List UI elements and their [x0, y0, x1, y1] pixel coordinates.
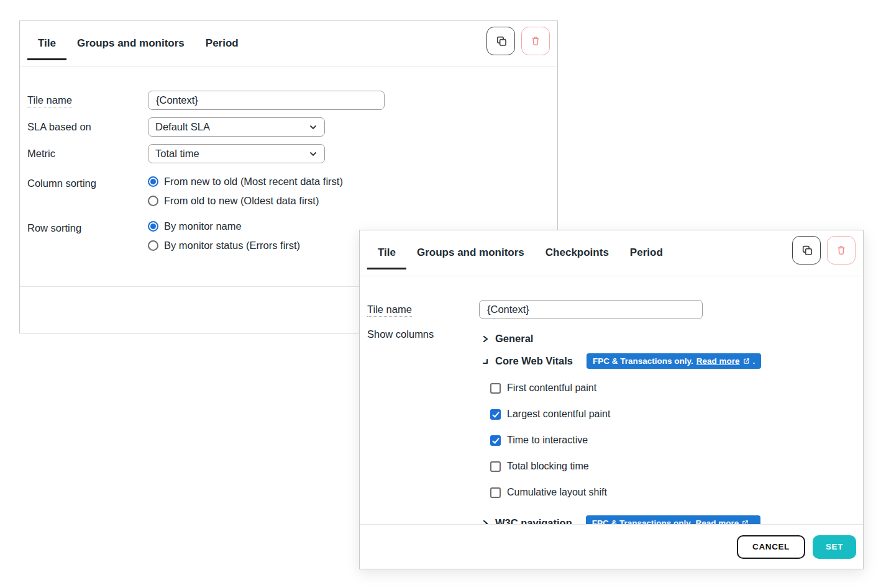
sla-row: SLA based on Default SLA [27, 117, 557, 137]
row-sorting-options: By monitor name By monitor status (Error… [148, 220, 300, 251]
checkbox-icon [490, 461, 501, 472]
radio-option-new-to-old[interactable]: From new to old (Most recent data first) [148, 176, 343, 188]
radio-option-by-monitor-name[interactable]: By monitor name [148, 220, 300, 232]
dialog-footer: CANCEL SET [360, 524, 863, 569]
column-sorting-options: From new to old (Most recent data first)… [148, 176, 343, 207]
checkbox-label: Cumulative layout shift [507, 487, 607, 498]
radio-option-old-to-new[interactable]: From old to new (Oldest data first) [148, 195, 343, 207]
duplicate-tile-button[interactable] [486, 27, 515, 55]
radio-icon [148, 240, 158, 251]
tile-name-input[interactable] [479, 300, 703, 319]
checkbox-label: Total blocking time [507, 461, 589, 472]
section-label: Core Web Vitals [495, 355, 573, 367]
dialog-actions [486, 25, 550, 55]
set-button[interactable]: SET [813, 535, 856, 559]
show-columns-label: Show columns [367, 327, 479, 340]
radio-option-label: By monitor status (Errors first) [164, 240, 300, 251]
sla-label: SLA based on [27, 121, 148, 133]
column-sorting-row: Column sorting From new to old (Most rec… [27, 176, 557, 207]
checkbox-icon [490, 383, 501, 394]
section-label: General [495, 333, 533, 345]
tile-name-input[interactable] [148, 91, 385, 110]
tab-bar: Tile Groups and monitors Period [27, 25, 249, 60]
checkbox-label: First contentful paint [507, 382, 596, 394]
radio-option-label: From new to old (Most recent data first) [164, 176, 343, 188]
tab-bar: Tile Groups and monitors Checkpoints Per… [367, 234, 673, 269]
tab-period[interactable]: Period [195, 25, 249, 60]
checkbox-label: Time to interactive [507, 435, 588, 446]
radio-option-label: By monitor name [164, 220, 242, 232]
section-core-web-vitals[interactable]: Core Web Vitals FPC & Transactions only.… [479, 353, 761, 369]
section-general[interactable]: General [479, 333, 761, 345]
chevron-down-icon [309, 150, 317, 158]
tile-settings-form: Tile name Show columns General Core Web … [360, 276, 863, 531]
tab-groups-and-monitors[interactable]: Groups and monitors [66, 25, 195, 60]
show-columns-row: Show columns General Core Web Vitals FPC… [367, 327, 863, 531]
dialog-actions [792, 234, 856, 265]
tab-period[interactable]: Period [619, 234, 673, 269]
metric-label: Metric [27, 148, 148, 160]
checkbox-largest-contentful-paint[interactable]: Largest contentful paint [490, 409, 761, 420]
show-columns-tree: General Core Web Vitals FPC & Transactio… [479, 327, 761, 531]
checkbox-first-contentful-paint[interactable]: First contentful paint [490, 382, 761, 394]
chevron-down-icon [309, 123, 317, 132]
badge-text: FPC & Transactions only. [593, 356, 693, 366]
checkbox-cumulative-layout-shift[interactable]: Cumulative layout shift [490, 487, 761, 498]
external-link-icon [743, 358, 750, 364]
checkbox-icon [490, 435, 501, 446]
tile-settings-form: Tile name SLA based on Default SLA Metri… [20, 67, 557, 251]
radio-icon [148, 196, 158, 206]
metric-row: Metric Total time [27, 144, 557, 163]
tab-tile[interactable]: Tile [367, 234, 406, 269]
badge-suffix: . [753, 356, 755, 366]
metric-selected-value: Total time [155, 148, 199, 160]
sla-selected-value: Default SLA [155, 121, 210, 133]
row-sorting-label: Row sorting [27, 220, 148, 234]
column-sorting-label: Column sorting [27, 176, 148, 189]
trash-icon [835, 244, 847, 256]
copy-icon [800, 244, 813, 257]
expanded-corner-icon [482, 358, 489, 365]
tile-name-label: Tile name [27, 94, 148, 106]
chevron-right-icon [482, 335, 489, 343]
checkbox-time-to-interactive[interactable]: Time to interactive [490, 435, 761, 446]
tab-checkpoints[interactable]: Checkpoints [535, 234, 619, 269]
delete-tile-button[interactable] [827, 236, 856, 265]
copy-icon [495, 35, 508, 48]
tile-name-label: Tile name [367, 304, 479, 315]
checkbox-label: Largest contentful paint [507, 409, 610, 420]
delete-tile-button[interactable] [521, 27, 550, 55]
cancel-button[interactable]: CANCEL [737, 535, 805, 559]
dialog-header: Tile Groups and monitors Checkpoints Per… [360, 230, 863, 269]
dialog-header: Tile Groups and monitors Period [20, 21, 557, 60]
tab-tile[interactable]: Tile [27, 25, 66, 60]
radio-option-by-monitor-status[interactable]: By monitor status (Errors first) [148, 240, 300, 251]
radio-icon [148, 221, 158, 232]
radio-icon [148, 176, 158, 187]
sla-select[interactable]: Default SLA [148, 117, 325, 137]
radio-option-label: From old to new (Oldest data first) [164, 195, 319, 207]
metric-select[interactable]: Total time [148, 144, 325, 163]
checkbox-icon [490, 487, 501, 498]
duplicate-tile-button[interactable] [792, 236, 821, 265]
tile-settings-dialog-front: Tile Groups and monitors Checkpoints Per… [359, 230, 864, 569]
read-more-link[interactable]: Read more [696, 356, 740, 366]
tab-groups-and-monitors[interactable]: Groups and monitors [406, 234, 535, 269]
trash-icon [529, 35, 542, 47]
checkbox-total-blocking-time[interactable]: Total blocking time [490, 461, 761, 472]
tile-name-row: Tile name [27, 91, 557, 110]
tile-name-row: Tile name [367, 300, 863, 319]
checkbox-icon [490, 409, 501, 420]
fpc-transactions-badge: FPC & Transactions only. Read more . [587, 353, 761, 369]
canvas: { "colors": { "accent_blue": "#1e78d2", … [0, 0, 881, 588]
